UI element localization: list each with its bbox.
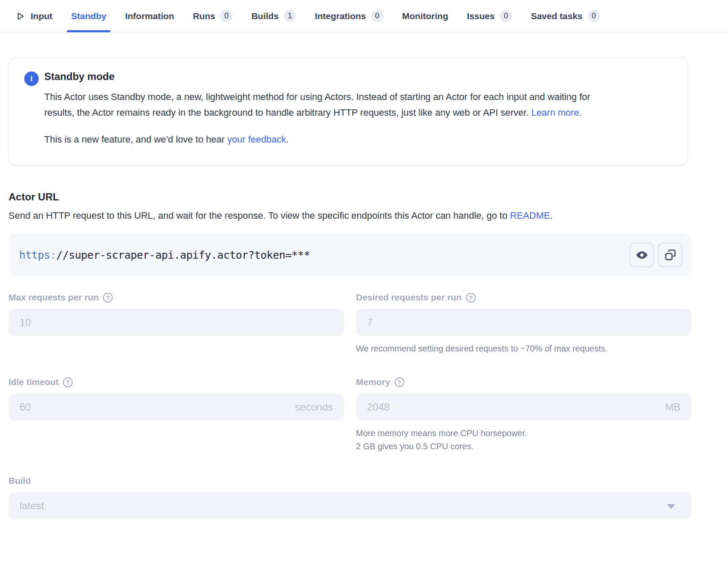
tab-label: Saved tasks xyxy=(531,11,582,21)
chevron-down-icon xyxy=(667,504,675,509)
actor-url-box: https://super-scraper-api.apify.actor?to… xyxy=(9,234,691,276)
build-select: latest xyxy=(9,492,691,520)
banner-body-text: This Actor uses Standby mode, a new, lig… xyxy=(44,91,590,118)
label-text: Desired requests per run xyxy=(356,292,462,303)
learn-more-link[interactable]: Learn more. xyxy=(531,107,582,118)
eye-icon xyxy=(635,248,648,262)
tab-label: Runs xyxy=(193,11,216,21)
standby-mode-banner: i Standby mode This Actor uses Standby m… xyxy=(9,57,688,166)
input-value: 60 xyxy=(20,401,31,413)
standby-settings-form: Max requests per run ? 10 Desired reques… xyxy=(9,292,691,520)
label-text: Build xyxy=(9,476,31,486)
play-icon xyxy=(14,11,26,22)
tab-label: Integrations xyxy=(315,11,366,21)
url-actions xyxy=(629,243,682,267)
readme-link[interactable]: README xyxy=(510,210,550,221)
label-text: Max requests per run xyxy=(9,292,99,303)
desired-requests-label: Desired requests per run ? xyxy=(356,292,691,303)
banner-title: Standby mode xyxy=(44,71,618,83)
select-value: latest xyxy=(20,500,44,512)
tab-integrations[interactable]: Integrations 0 xyxy=(315,0,383,32)
issues-count-badge: 0 xyxy=(500,10,512,22)
memory-helper-line-1: More memory means more CPU horsepower. xyxy=(356,428,527,438)
label-text: Memory xyxy=(356,377,390,387)
label-text: Idle timeout xyxy=(9,377,59,387)
url-scheme: https xyxy=(19,249,50,261)
tab-bar: Input Standby Information Runs 0 Builds … xyxy=(0,0,728,32)
tab-label: Standby xyxy=(71,11,106,21)
copy-url-button[interactable] xyxy=(658,243,682,267)
tab-information[interactable]: Information xyxy=(125,0,174,32)
tab-standby[interactable]: Standby xyxy=(71,0,106,32)
tab-label: Information xyxy=(125,11,174,21)
banner-paragraph-2: This is a new feature, and we’d love to … xyxy=(44,131,618,147)
tab-issues[interactable]: Issues 0 xyxy=(467,0,512,32)
idle-timeout-unit: seconds xyxy=(295,401,333,413)
max-requests-input: 10 xyxy=(9,309,344,336)
field-max-requests: Max requests per run ? 10 xyxy=(9,292,344,336)
url-rest: //super-scraper-api.apify.actor?token=**… xyxy=(56,249,310,261)
actor-url-description-period: . xyxy=(550,210,552,221)
tab-monitoring[interactable]: Monitoring xyxy=(402,0,448,32)
builds-count-badge: 1 xyxy=(284,10,296,22)
max-requests-label: Max requests per run ? xyxy=(9,292,344,303)
question-mark-icon[interactable]: ? xyxy=(103,293,113,303)
actor-url-description-text: Send an HTTP request to this URL, and wa… xyxy=(9,210,507,221)
tab-label: Issues xyxy=(467,11,495,21)
desired-requests-input: 7 xyxy=(356,309,691,336)
question-mark-icon[interactable]: ? xyxy=(63,377,73,387)
field-memory: Memory ? 2048 MB More memory means more … xyxy=(356,377,691,453)
memory-unit: MB xyxy=(665,401,680,413)
desired-requests-helper: We recommend setting desired requests to… xyxy=(356,342,691,355)
tab-saved-tasks[interactable]: Saved tasks 0 xyxy=(531,0,600,32)
actor-url-heading: Actor URL xyxy=(9,191,691,203)
url-colon: : xyxy=(50,249,57,261)
banner-feedback-period: . xyxy=(286,134,289,145)
reveal-token-button[interactable] xyxy=(629,243,654,267)
tab-input[interactable]: Input xyxy=(14,0,52,32)
field-idle-timeout: Idle timeout ? 60 seconds xyxy=(9,377,344,421)
field-build: Build latest xyxy=(9,475,691,520)
field-desired-requests: Desired requests per run ? 7 We recommen… xyxy=(356,292,691,355)
question-mark-icon[interactable]: ? xyxy=(395,377,404,387)
memory-label: Memory ? xyxy=(356,377,691,388)
tab-builds[interactable]: Builds 1 xyxy=(251,0,296,32)
banner-feedback-text: This is a new feature, and we’d love to … xyxy=(44,134,225,145)
input-value: 10 xyxy=(20,317,31,328)
feedback-link[interactable]: your feedback xyxy=(227,134,286,145)
tab-label: Input xyxy=(31,11,52,21)
tab-label: Monitoring xyxy=(402,11,448,21)
runs-count-badge: 0 xyxy=(220,10,233,22)
tab-runs[interactable]: Runs 0 xyxy=(193,0,233,32)
build-label: Build xyxy=(9,475,691,486)
memory-input: 2048 MB xyxy=(356,394,691,421)
input-value: 2048 xyxy=(367,401,390,413)
banner-paragraph-1: This Actor uses Standby mode, a new, lig… xyxy=(44,89,618,120)
question-mark-icon[interactable]: ? xyxy=(466,293,476,303)
integrations-count-badge: 0 xyxy=(371,10,384,22)
memory-helper: More memory means more CPU horsepower. 2… xyxy=(356,427,691,453)
actor-url-section: Actor URL Send an HTTP request to this U… xyxy=(9,191,691,276)
actor-url-description: Send an HTTP request to this URL, and wa… xyxy=(9,208,629,223)
tab-label: Builds xyxy=(251,11,279,21)
memory-helper-line-2: 2 GB gives you 0.5 CPU cores. xyxy=(356,442,474,451)
idle-timeout-input: 60 seconds xyxy=(9,394,344,421)
copy-icon xyxy=(664,248,677,262)
info-icon: i xyxy=(24,71,39,86)
actor-url-value: https://super-scraper-api.apify.actor?to… xyxy=(19,249,629,261)
saved-tasks-count-badge: 0 xyxy=(588,10,600,22)
idle-timeout-label: Idle timeout ? xyxy=(9,377,344,388)
input-value: 7 xyxy=(367,317,373,328)
